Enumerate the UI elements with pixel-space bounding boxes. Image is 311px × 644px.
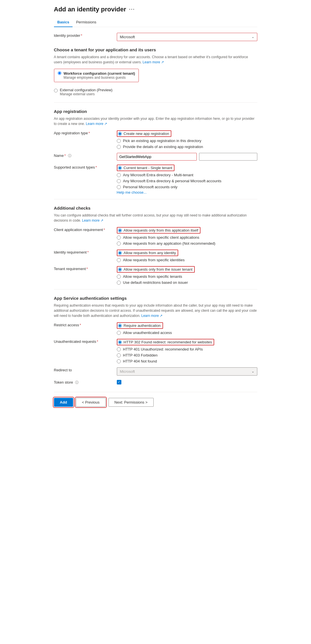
tenant-section-desc: A tenant contains applications and a dir… <box>54 54 257 65</box>
additional-checks-learn-more-link[interactable]: Learn more ↗ <box>82 218 103 222</box>
token-store-checkbox[interactable]: ✓ <box>117 380 121 384</box>
multi-personal-option: Any Microsoft Entra directory & personal… <box>117 179 257 183</box>
additional-checks-desc: You can configure additional checks that… <box>54 213 257 223</box>
footer-bar: Add < Previous Next: Permissions > <box>54 392 257 407</box>
specific-tenants-radio[interactable] <box>117 275 121 279</box>
help-choose-link[interactable]: Help me choose... <box>117 190 147 195</box>
name-input[interactable] <box>117 153 197 161</box>
external-option-item: External configuration (Preview) Manage … <box>54 86 257 98</box>
create-new-radio[interactable] <box>118 132 122 136</box>
auth-settings-learn-more-link[interactable]: Learn more ↗ <box>141 314 163 318</box>
personal-only-option: Personal Microsoft accounts only <box>117 185 257 189</box>
default-restrictions-radio[interactable] <box>117 281 121 285</box>
app-itself-radio[interactable] <box>118 228 122 232</box>
identity-req-control: Allow requests from any identity Allow r… <box>117 250 257 262</box>
client-req-label: Client application requirement* <box>54 227 117 232</box>
page-title: Add an identity provider <box>54 6 126 13</box>
http403-label: HTTP 403 Forbidden <box>123 353 158 357</box>
tab-permissions[interactable]: Permissions <box>73 18 100 27</box>
app-itself-option: Allow requests only from this applicatio… <box>117 227 257 234</box>
token-store-row: Token store ⓘ ✓ <box>54 380 257 385</box>
name-suffix-input[interactable] <box>199 153 257 161</box>
previous-button[interactable]: < Previous <box>76 398 106 407</box>
any-identity-radio[interactable] <box>118 251 122 255</box>
http302-option: HTTP 302 Found redirect: recommended for… <box>117 339 257 345</box>
require-auth-option: Require authentication <box>117 322 257 329</box>
any-app-radio[interactable] <box>117 242 121 246</box>
allow-unauth-label: Allow unauthenticated access <box>123 331 172 335</box>
provide-existing-label: Provide the details of an existing app r… <box>123 145 203 149</box>
name-label: Name* ⓘ <box>54 153 117 158</box>
app-reg-section-title: App registration <box>54 109 257 114</box>
restrict-access-options: Require authentication Allow unauthentic… <box>117 322 257 335</box>
http404-option: HTTP 404 Not found <box>117 359 257 363</box>
client-req-options: Allow requests only from this applicatio… <box>117 227 257 246</box>
http403-radio[interactable] <box>117 353 121 357</box>
tenant-req-options: Allow requests only from the issuer tena… <box>117 266 257 285</box>
add-button[interactable]: Add <box>54 398 73 407</box>
name-row: Name* ⓘ <box>54 153 257 161</box>
workforce-option-label: Workforce configuration (current tenant) <box>64 71 135 76</box>
multi-personal-radio[interactable] <box>117 179 121 183</box>
require-auth-radio[interactable] <box>118 324 122 328</box>
account-types-options: Current tenant - Single tenant Any Micro… <box>117 165 257 189</box>
http401-radio[interactable] <box>117 347 121 351</box>
unauth-req-label: Unauthenticated requests* <box>54 339 117 344</box>
external-option-label: External configuration (Preview) <box>60 88 113 92</box>
workforce-option-sublabel: Manage employees and business guests <box>64 76 135 80</box>
any-app-option: Allow requests from any application (Not… <box>117 241 257 246</box>
create-new-option: Create new app registration <box>117 130 257 137</box>
name-info-icon[interactable]: ⓘ <box>68 154 71 158</box>
current-tenant-radio[interactable] <box>118 166 122 170</box>
issuer-tenant-radio[interactable] <box>118 268 122 272</box>
personal-radio[interactable] <box>117 185 121 189</box>
external-option-sublabel: Manage external users <box>60 92 113 96</box>
identity-provider-dropdown[interactable]: Microsoft ⌄ <box>117 33 257 41</box>
pick-existing-radio[interactable] <box>117 139 121 143</box>
page-menu-icon[interactable]: ··· <box>129 7 135 13</box>
next-permissions-button[interactable]: Next: Permissions > <box>109 398 154 407</box>
http403-option: HTTP 403 Forbidden <box>117 353 257 357</box>
provide-existing-radio[interactable] <box>117 145 121 149</box>
any-identity-label: Allow requests from any identity <box>124 251 176 255</box>
auth-settings-desc: Requiring authentication ensures that re… <box>54 303 257 318</box>
any-app-label: Allow requests from any application (Not… <box>123 241 216 246</box>
http302-label: HTTP 302 Found redirect: recommended for… <box>124 340 212 344</box>
account-types-label: Supported account types* <box>54 165 117 169</box>
client-req-row: Client application requirement* Allow re… <box>54 227 257 246</box>
identity-provider-label: Identity provider* <box>54 33 117 38</box>
http401-label: HTTP 401 Unauthorized: recommended for A… <box>123 347 203 351</box>
app-reg-type-label: App registration type* <box>54 130 117 135</box>
identity-provider-row: Identity provider* Microsoft ⌄ <box>54 33 257 41</box>
http302-radio[interactable] <box>118 340 122 344</box>
tab-basics[interactable]: Basics <box>54 18 73 27</box>
identity-req-row: Identity requirement* Allow requests fro… <box>54 250 257 262</box>
tab-bar: Basics Permissions <box>54 18 257 27</box>
identity-req-options: Allow requests from any identity Allow r… <box>117 250 257 262</box>
multi-tenant-radio[interactable] <box>117 173 121 177</box>
require-auth-label: Require authentication <box>124 323 161 328</box>
specific-tenants-label: Allow requests from specific tenants <box>123 274 182 279</box>
tenant-req-control: Allow requests only from the issuer tena… <box>117 266 257 285</box>
app-reg-section-desc: An app registration associates your iden… <box>54 116 257 126</box>
workforce-radio[interactable] <box>58 71 61 75</box>
specific-tenants-option: Allow requests from specific tenants <box>117 274 257 279</box>
allow-unauth-radio[interactable] <box>117 331 121 335</box>
token-store-label: Token store ⓘ <box>54 380 117 385</box>
redirect-to-label: Redirect to <box>54 367 117 372</box>
app-reg-learn-more-link[interactable]: Learn more ↗ <box>86 122 107 126</box>
workforce-option-box: Workforce configuration (current tenant)… <box>54 69 139 82</box>
token-store-info-icon[interactable]: ⓘ <box>75 380 79 384</box>
create-new-label: Create new app registration <box>124 131 169 136</box>
http404-radio[interactable] <box>117 359 121 363</box>
default-restrictions-option: Use default restrictions based on issuer <box>117 280 257 285</box>
redirect-to-row: Redirect to Microsoft ⌄ <box>54 367 257 376</box>
additional-checks-title: Additional checks <box>54 206 257 210</box>
restrict-access-control: Require authentication Allow unauthentic… <box>117 322 257 335</box>
tenant-learn-more-link[interactable]: Learn more ↗ <box>143 60 164 64</box>
app-reg-type-options: Create new app registration Pick an exis… <box>117 130 257 149</box>
external-radio[interactable] <box>54 89 58 92</box>
specific-identities-radio[interactable] <box>117 258 121 262</box>
specific-clients-radio[interactable] <box>117 236 121 240</box>
provide-existing-option: Provide the details of an existing app r… <box>117 145 257 149</box>
